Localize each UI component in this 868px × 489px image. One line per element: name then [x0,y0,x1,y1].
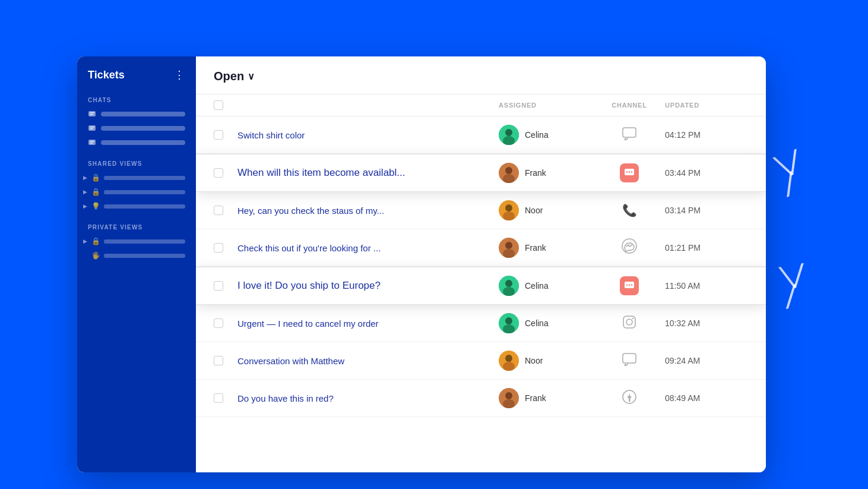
status-label: Open [214,70,244,83]
updated-3: 03:14 PM [665,206,748,215]
sidebar-item-chat-3[interactable] [77,135,196,150]
updated-2: 03:44 PM [665,168,748,178]
shared-bar-1 [104,176,185,180]
svg-point-24 [505,242,512,249]
main-content: Open ∨ ASSIGNED CHANNEL UPDATED Switch s… [196,56,766,472]
svg-point-33 [631,284,632,285]
status-dropdown[interactable]: Open ∨ [214,70,255,94]
agent-name-3: Noor [525,206,543,215]
sidebar-menu-icon[interactable]: ⋮ [174,68,185,81]
svg-point-35 [505,317,512,324]
table-row[interactable]: Check this out if you're looking for ...… [196,229,766,267]
svg-rect-12 [623,128,636,137]
sidebar-item-shared-3[interactable]: ▶ 💡 [77,199,196,213]
lock-icon-3: 🔒 [91,237,100,245]
svg-rect-5 [90,128,93,130]
phone-icon: 📞 [622,203,637,217]
hand-icon: 🖐 [91,251,100,260]
svg-rect-3 [88,125,96,131]
table-row[interactable]: Hey, can you check the staus of my... No… [196,192,766,229]
svg-rect-1 [90,112,94,113]
svg-point-38 [626,319,632,325]
lock-icon-2: 🔒 [91,188,100,196]
svg-point-14 [505,167,512,174]
row-checkbox-1[interactable] [214,130,223,140]
row-subject-3: Hey, can you check the staus of my... [237,206,499,216]
row-checkbox-2[interactable] [214,168,223,178]
row-subject-5: I love it! Do you ship to Europe? [237,280,499,292]
sidebar-item-private-1[interactable]: ▶ 🔒 [77,234,196,248]
sidebar-item-chat-2[interactable] [77,121,196,135]
row-subject-1: Switch shirt color [237,130,499,140]
sidebar-item-shared-2[interactable]: ▶ 🔒 [77,185,196,199]
row-checkbox-3[interactable] [214,206,223,215]
agent-name-4: Frank [525,243,546,253]
avatar-celina-1 [499,125,519,145]
svg-point-17 [626,171,628,172]
shared-bar-3 [104,204,185,209]
updated-5: 11:50 AM [665,281,748,291]
channel-cell-4 [594,238,665,257]
updated-7: 09:24 AM [665,356,748,365]
channel-cell-2 [594,163,665,182]
svg-point-21 [505,204,512,212]
facebook-icon [622,390,636,406]
assigned-cell-3: Noor [499,200,594,220]
instagram-icon [622,315,636,332]
svg-point-10 [505,129,512,136]
table-row[interactable]: When will this item become availabl... F… [196,154,766,192]
svg-point-31 [626,284,628,285]
chat-icon-3 [88,138,96,147]
header-checkbox-col [214,100,237,110]
avatar-noor-3 [499,200,519,220]
row-subject-2: When will this item become availabl... [237,167,499,179]
row-subject-6: Urgent — I need to cancel my order [237,318,499,329]
sidebar-title: Tickets [88,69,125,81]
messenger-icon [622,238,637,257]
svg-point-18 [629,171,630,172]
tickets-table: ASSIGNED CHANNEL UPDATED Switch shirt co… [196,94,766,472]
assigned-cell-5: Celina [499,276,594,296]
agent-name-7: Noor [525,356,543,365]
private-bar-1 [104,239,185,244]
row-checkbox-4[interactable] [214,243,223,253]
chat-icon-2 [88,124,96,132]
shared-bar-2 [104,190,185,194]
table-row[interactable]: Do you have this in red? Frank 08 [196,380,766,417]
avatar-frank-4 [499,238,519,258]
table-row[interactable]: I love it! Do you ship to Europe? Celina [196,267,766,305]
svg-point-45 [505,392,512,399]
table-row[interactable]: Urgent — I need to cancel my order Celin… [196,305,766,342]
chat-bar-2 [101,126,185,131]
row-checkbox-6[interactable] [214,318,223,328]
sidebar-item-shared-1[interactable]: ▶ 🔒 [77,171,196,185]
updated-6: 10:32 AM [665,318,748,328]
app-window: Tickets ⋮ CHATS [77,56,766,472]
sidebar-item-private-2[interactable]: ▶ 🖐 [77,248,196,263]
updated-4: 01:21 PM [665,243,748,253]
chat-pink-icon-2 [620,163,639,182]
chat-channel-icon-7 [622,353,636,368]
select-all-checkbox[interactable] [214,100,223,110]
sidebar-item-chat-1[interactable] [77,107,196,121]
assigned-cell-6: Celina [499,313,594,333]
row-checkbox-5[interactable] [214,281,223,291]
svg-rect-2 [90,114,93,115]
updated-8: 08:49 AM [665,393,748,403]
svg-rect-7 [90,141,94,142]
svg-point-19 [631,171,632,172]
header-updated: UPDATED [665,102,748,109]
svg-rect-0 [88,111,96,116]
agent-name-2: Frank [525,168,546,178]
channel-cell-6 [594,315,665,332]
svg-rect-6 [88,140,96,145]
avatar-frank-2 [499,163,519,183]
svg-rect-8 [90,143,93,144]
private-views-label: PRIVATE VIEWS [77,219,196,234]
svg-point-32 [629,284,630,285]
row-checkbox-8[interactable] [214,393,223,403]
table-row[interactable]: Conversation with Matthew Noor 09 [196,342,766,380]
row-checkbox-7[interactable] [214,356,223,365]
table-row[interactable]: Switch shirt color Celina 04:12 P [196,116,766,154]
row-subject-4: Check this out if you're looking for ... [237,243,499,253]
